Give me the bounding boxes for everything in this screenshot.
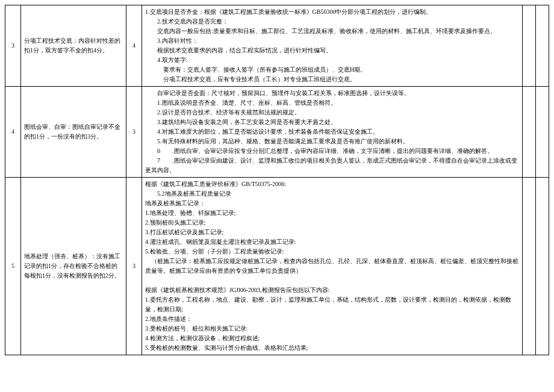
empty-cell <box>536 87 549 178</box>
row-content: 自审记录是否全面：尺寸核对，预留洞口、预埋件与安装工程关系，标准图选择，设计失误… <box>142 87 523 178</box>
document-table: 3分项工程技术交底：内容针对性差的扣1分，双方签字不全的扣4分。41.交底项目是… <box>5 5 549 355</box>
content-line: 3.受检桩的桩号、桩位和相关施工记录: <box>145 324 519 334</box>
content-line: 地基及桩基施工记录： <box>145 199 519 208</box>
content-line: 5.受检桩的检测数量、实测与计算分析曲线、表格和汇总结果; <box>145 343 519 353</box>
content-line: 1.图纸及说明是否齐全、清楚、尺寸、座标、标高、管线是否相符。 <box>145 98 519 108</box>
empty-cell <box>523 5 536 87</box>
table-row: 4图纸会审、自审：图纸自审记录不全的扣1分，一份没有的扣3分。3 自审记录是否全… <box>5 87 549 178</box>
empty-cell <box>536 5 549 87</box>
content-line: 自审记录是否全面：尺寸核对，预留洞口、预埋件与安装工程关系，标准图选择，设计失误… <box>145 89 519 98</box>
content-line: 1.委托方名称，工程名称，地点、建设、勘察，设计，监理和施工单位，基础，结构形式… <box>145 295 519 314</box>
row-description: 地基处理（强夯、桩基）：没有施工记录的扣1分，存在检验不合格桩的每根扣1分，没有… <box>21 178 126 355</box>
content-line: 1.交底项目是否齐全：根据《建筑工程施工质量验收统一标准》GB50300中分部分… <box>145 7 519 17</box>
empty-cell <box>536 178 549 355</box>
content-line: 3.建筑结构与设备安装之间，各工艺安装之间是否有重大矛盾之处。 <box>145 117 519 127</box>
content-line: 2.设计是否符合技术、经济等有关规范和法规的规定。 <box>145 108 519 117</box>
content-line: 7 .图纸会审记录应由建设、设计、监理和施工收位的项目相关负责人签认，形成正式图… <box>145 156 519 175</box>
content-line: 2.预制桩街头施工记录; <box>145 218 519 228</box>
content-line: 4.检测方法，检测仪器设备，检测过程叙述; <box>145 334 519 343</box>
row-number: 3 <box>5 5 21 87</box>
content-line: 分项工程技术交底，应有专业技术员（工长）对专业施工班组进行交底。 <box>145 75 519 84</box>
content-line: 根据技术交底要求的内容，结合工程实际情况，进行针对性编写。 <box>145 46 519 55</box>
content-line: 根据《建筑桩基检测技术规范》JGJl06-2003,检测报告应包括以下内容: <box>145 285 519 295</box>
content-line: 5.2地基及桩基工程质量记录 <box>145 189 519 199</box>
content-line: 2.地质条件描述： <box>145 314 519 324</box>
row-score: 3 <box>126 178 142 355</box>
row-content: 根据《建筑工程施工质量评价标准》GB/T50375-2006: 5.2地基及桩基… <box>142 178 523 355</box>
content-line: 3.打压桩试桩记录及施工记录; <box>145 228 519 237</box>
content-line: 4.灌注桩成孔、钢筋笼及混凝土灌注检查记录及施工记录: <box>145 237 519 247</box>
content-line: 5.检验批、分项、分部（子分部）工程质量验收记录: <box>145 247 519 257</box>
content-line: 5.有无特殊材料的应用，其品种、规格、数量是否能满足施工要求及是否有推广使用的新… <box>145 137 519 146</box>
content-line: 6 .图纸自审、会审记录应按专业分别汇总整理，会审内容应详细、准确，文字应清晰，… <box>145 146 519 156</box>
content-line: 要求有：交底人签字、接收人签字（所有参与施工的班组成员）、交底H期。 <box>145 65 519 75</box>
row-score: 3 <box>126 87 142 178</box>
row-content: 1.交底项目是否齐全：根据《建筑工程施工质量验收统一标准》GB50300中分部分… <box>142 5 523 87</box>
row-description: 图纸会审、自审：图纸自审记录不全的扣1分，一份没有的扣3分。 <box>21 87 126 178</box>
row-score: 4 <box>126 5 142 87</box>
content-line: 4.对施工难度大的部位，施工是否能达设计要求，技术装备条件能否保证安全施工。 <box>145 127 519 137</box>
content-line: 交底内容一般应包括:质量要求和目标、施工部位、工艺流程及标准、验收标准，使用的材… <box>145 26 519 36</box>
table-row: 5地基处理（强夯、桩基）：没有施工记录的扣1分，存在检验不合格桩的每根扣1分，没… <box>5 178 549 355</box>
row-number: 5 <box>5 178 21 355</box>
content-line: 4.双方签字: <box>145 55 519 65</box>
empty-cell <box>523 178 536 355</box>
row-number: 4 <box>5 87 21 178</box>
content-line: 3.内容针对性： <box>145 36 519 46</box>
empty-cell <box>523 87 536 178</box>
row-description: 分项工程技术交底：内容针对性差的扣1分，双方签字不全的扣4分。 <box>21 5 126 87</box>
content-line: 根据《建筑工程施工质量评价标准》GB/T50375-2006: <box>145 179 519 189</box>
content-line <box>145 276 519 285</box>
table-row: 3分项工程技术交底：内容针对性差的扣1分，双方签字不全的扣4分。41.交底项目是… <box>5 5 549 87</box>
content-line: 1.地基处理、验槽、钎探施工记录; <box>145 208 519 218</box>
content-line: 2.技术交底内容是否完整： <box>145 17 519 26</box>
content-line: （桩施工记录：桩基施工应按规定做桩施工记录，检查内容包括孔位、孔径、孔深、桩体垂… <box>145 257 519 276</box>
